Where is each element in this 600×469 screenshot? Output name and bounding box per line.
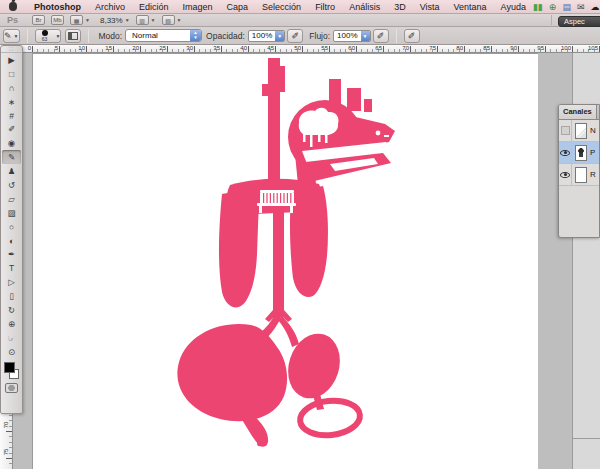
- healing-brush-tool[interactable]: ◉: [2, 136, 21, 150]
- foreground-color-swatch[interactable]: [4, 362, 15, 373]
- menu-imagen[interactable]: Imagen: [176, 2, 220, 12]
- divider: [27, 29, 28, 43]
- apple-menu-icon[interactable]: [9, 2, 17, 11]
- channel-row[interactable]: R: [559, 164, 599, 186]
- bridge-icon[interactable]: Br: [32, 15, 45, 25]
- chevron-down-icon: ▼: [56, 33, 61, 39]
- gradient-tool[interactable]: ▨: [2, 206, 21, 220]
- pen-pressure-icon: ✐: [292, 31, 300, 41]
- visibility-eye-icon[interactable]: [559, 164, 572, 185]
- screen-mode-icon[interactable]: ▧: [162, 15, 175, 25]
- workspace-switcher-button[interactable]: Aspec: [558, 16, 600, 27]
- menu-selección[interactable]: Selección: [255, 2, 308, 12]
- mail-icon[interactable]: ✉: [577, 2, 585, 12]
- eyedropper-tool[interactable]: ✐: [2, 122, 21, 136]
- clone-stamp-tool[interactable]: ♟: [2, 164, 21, 178]
- channel-thumbnail[interactable]: [575, 123, 587, 139]
- flow-label: Flujo:: [309, 31, 330, 41]
- toggle-brush-panel-button[interactable]: [65, 29, 81, 43]
- ruler-number: 65: [372, 45, 382, 51]
- color-swatches[interactable]: [2, 361, 21, 381]
- menu-edición[interactable]: Edición: [132, 2, 176, 12]
- chevron-down-icon: ▼: [151, 17, 156, 23]
- menu-ventana[interactable]: Ventana: [447, 2, 494, 12]
- ruler-number: 35: [210, 45, 220, 51]
- chevron-down-icon: ▼: [275, 31, 284, 41]
- quick-mask-button[interactable]: [5, 383, 18, 393]
- ruler-number: 70: [3, 419, 9, 431]
- dodge-tool[interactable]: ◐: [2, 234, 21, 248]
- blend-mode-select[interactable]: Normal ▲▼: [125, 29, 202, 42]
- move-tool[interactable]: ▶: [2, 53, 21, 67]
- menu-filtro[interactable]: Filtro: [308, 2, 342, 12]
- brush-tool[interactable]: ✎: [2, 150, 21, 164]
- document-canvas[interactable]: [32, 53, 538, 469]
- history-brush-tool[interactable]: ↺: [2, 178, 21, 192]
- zoom-tool[interactable]: ⊙: [2, 345, 21, 359]
- divider: [88, 29, 89, 43]
- panel-grip-icon[interactable]: ∷: [1, 46, 22, 53]
- menu-archivo[interactable]: Archivo: [88, 2, 132, 12]
- menu-3d[interactable]: 3D: [387, 2, 413, 12]
- airbrush-icon: ✐: [377, 31, 385, 41]
- 3d-rotate-tool[interactable]: ↻: [2, 303, 21, 317]
- marquee-tool[interactable]: □: [2, 67, 21, 81]
- quick-selection-tool[interactable]: ∗: [2, 95, 21, 109]
- mini-bridge-icon[interactable]: Mb: [51, 15, 64, 25]
- type-tool[interactable]: T: [2, 261, 21, 275]
- opacity-field[interactable]: 100% ▼: [248, 30, 285, 42]
- visibility-eye-icon[interactable]: [559, 142, 572, 163]
- channels-panel: Canales NPR: [558, 104, 600, 238]
- channel-label: P: [590, 148, 595, 157]
- cloud-icon[interactable]: ☁: [590, 2, 599, 12]
- ruler-number: 45: [264, 45, 274, 51]
- eye-icon: [560, 172, 570, 178]
- flow-pressure-button[interactable]: ✐: [404, 29, 420, 43]
- channel-thumbnail[interactable]: [575, 167, 587, 183]
- pen-tool[interactable]: ✒: [2, 247, 21, 261]
- opacity-value: 100%: [249, 31, 275, 40]
- chevron-down-icon: ▼: [85, 17, 90, 23]
- tab-channels[interactable]: Canales: [559, 105, 597, 119]
- activity-bars-icon[interactable]: ▮▮: [533, 2, 543, 12]
- 3d-orbit-tool[interactable]: ⊕: [2, 317, 21, 331]
- displays-icon[interactable]: ▤: [562, 2, 571, 12]
- chevron-down-icon: ▼: [177, 17, 182, 23]
- lasso-tool[interactable]: ∩: [2, 81, 21, 95]
- menu-capa[interactable]: Capa: [220, 2, 256, 12]
- document-workspace: 0510152025303540455055606570758085909510…: [0, 45, 600, 469]
- tool-preset-picker[interactable]: ✎▼: [3, 29, 20, 43]
- blur-tool[interactable]: ○: [2, 220, 21, 234]
- ruler-number: 40: [237, 45, 247, 51]
- ruler-number: 75: [3, 446, 9, 458]
- crop-tool[interactable]: #: [2, 109, 21, 123]
- channel-thumbnail[interactable]: [575, 145, 587, 161]
- channel-row[interactable]: N: [559, 120, 599, 142]
- menu-vista[interactable]: Vista: [413, 2, 447, 12]
- visibility-empty-box[interactable]: [559, 120, 572, 141]
- brush-size-value: 63: [42, 37, 48, 42]
- horizontal-ruler[interactable]: 0510152025303540455055606570758085909510…: [0, 45, 600, 53]
- shape-tool[interactable]: ▯: [2, 289, 21, 303]
- zoom-level-dropdown[interactable]: 8,33%: [100, 16, 123, 25]
- opacity-pressure-button[interactable]: ✐: [287, 29, 303, 43]
- eraser-tool[interactable]: ▱: [2, 192, 21, 206]
- channel-row[interactable]: P: [559, 142, 599, 164]
- menu-análisis[interactable]: Análisis: [342, 2, 387, 12]
- hand-tool[interactable]: ☞: [2, 331, 21, 345]
- chevron-down-icon: ▼: [14, 33, 19, 39]
- brush-preset-picker[interactable]: 63 ▼: [35, 29, 62, 43]
- menu-photoshop[interactable]: Photoshop: [27, 2, 88, 12]
- ruler-number: 95: [534, 45, 544, 51]
- flow-field[interactable]: 100% ▼: [333, 30, 370, 42]
- divider: [573, 438, 600, 439]
- airbrush-toggle-button[interactable]: ✐: [373, 29, 389, 43]
- blend-mode-value: Normal: [126, 31, 190, 40]
- path-selection-tool[interactable]: ▷: [2, 275, 21, 289]
- arrange-documents-icon[interactable]: ▥: [136, 15, 149, 25]
- menu-ayuda[interactable]: Ayuda: [494, 2, 533, 12]
- application-bar: Ps Br Mb ▦▼ 8,33%▼ ▥▼ ▧▼ Aspec: [0, 14, 600, 27]
- ruler-number: 20: [129, 45, 139, 51]
- network-globe-icon[interactable]: ⊕: [549, 2, 557, 12]
- view-extras-icon[interactable]: ▦: [70, 15, 83, 25]
